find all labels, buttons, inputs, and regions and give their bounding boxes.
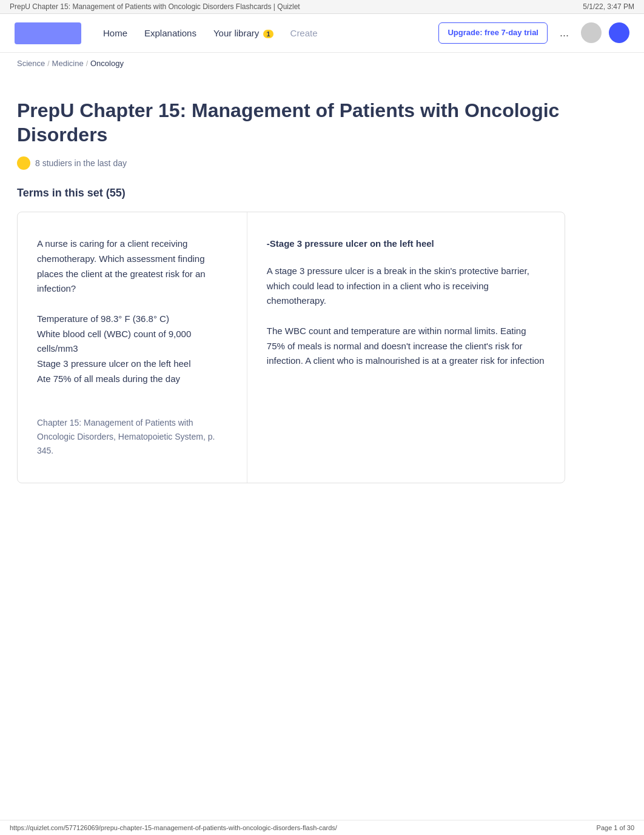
- card-question: A nurse is caring for a client receiving…: [18, 212, 247, 483]
- breadcrumb-science[interactable]: Science: [17, 59, 45, 68]
- avatar-1[interactable]: [581, 22, 602, 43]
- upgrade-button[interactable]: Upgrade: free 7-day trial: [438, 22, 548, 44]
- timestamp: 5/1/22, 3:47 PM: [583, 2, 634, 11]
- browser-bar: PrepU Chapter 15: Management of Patients…: [0, 0, 644, 14]
- breadcrumb-sep-1: /: [47, 59, 49, 68]
- breadcrumb-sep-2: /: [86, 59, 88, 68]
- library-badge: 1: [263, 30, 273, 38]
- answer-title: -Stage 3 pressure ulcer on the left heel: [267, 236, 545, 252]
- avatar-2[interactable]: [609, 22, 629, 43]
- tab-title: PrepU Chapter 15: Management of Patients…: [10, 2, 300, 11]
- breadcrumb-medicine[interactable]: Medicine: [52, 59, 84, 68]
- nav-explanations[interactable]: Explanations: [137, 23, 204, 43]
- logo[interactable]: [15, 22, 81, 44]
- answer-detail: The WBC count and temperature are within…: [267, 324, 545, 369]
- nav-home[interactable]: Home: [96, 23, 135, 43]
- more-options-button[interactable]: ...: [555, 24, 574, 42]
- option-2: White blood cell (WBC) count of 9,000 ce…: [37, 327, 227, 357]
- nav-links: Home Explanations Your library 1 Create: [96, 23, 434, 43]
- chapter-ref: Chapter 15: Management of Patients with …: [37, 416, 227, 458]
- studiers-row: 8 studiers in the last day: [17, 156, 565, 170]
- options-list: Temperature of 98.3° F (36.8° C) White b…: [37, 312, 227, 387]
- option-1: Temperature of 98.3° F (36.8° C): [37, 312, 227, 327]
- nav-create[interactable]: Create: [283, 23, 325, 43]
- breadcrumb: Science / Medicine / Oncology: [0, 53, 644, 74]
- question-text: A nurse is caring for a client receiving…: [37, 236, 227, 297]
- navbar: Home Explanations Your library 1 Create …: [0, 14, 644, 53]
- option-3: Stage 3 pressure ulcer on the left heel: [37, 357, 227, 372]
- main-content: PrepU Chapter 15: Management of Patients…: [0, 74, 582, 529]
- option-4: Ate 75% of all meals during the day: [37, 372, 227, 387]
- studier-avatar: [17, 156, 30, 170]
- terms-header: Terms in this set (55): [17, 187, 565, 200]
- card-answer: -Stage 3 pressure ulcer on the left heel…: [247, 212, 565, 483]
- nav-right: Upgrade: free 7-day trial ...: [438, 22, 629, 44]
- nav-your-library[interactable]: Your library 1: [206, 23, 281, 43]
- flashcard: A nurse is caring for a client receiving…: [17, 212, 565, 483]
- page-title: PrepU Chapter 15: Management of Patients…: [17, 98, 565, 147]
- answer-explanation: A stage 3 pressure ulcer is a break in t…: [267, 264, 545, 309]
- studiers-text: 8 studiers in the last day: [35, 158, 127, 168]
- breadcrumb-oncology[interactable]: Oncology: [90, 59, 124, 68]
